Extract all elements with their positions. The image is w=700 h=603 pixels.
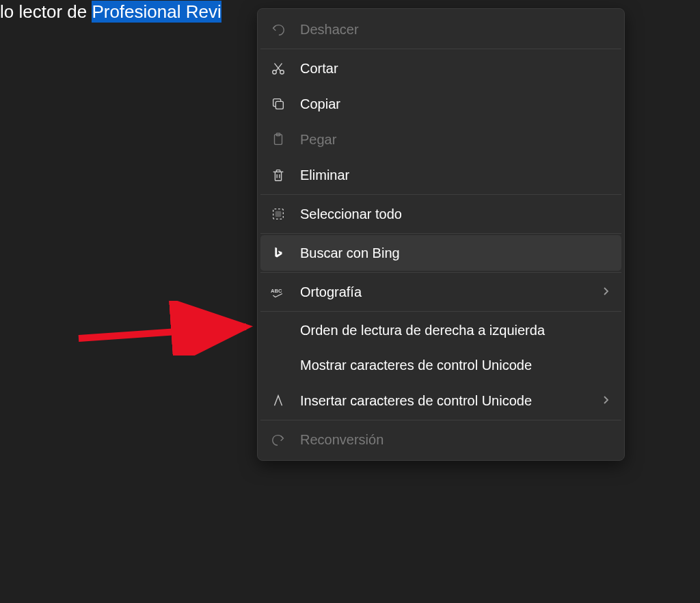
menu-copy[interactable]: Copiar: [260, 86, 621, 122]
chevron-right-icon: [602, 393, 613, 409]
menu-delete-label: Eliminar: [300, 168, 613, 183]
cut-icon: [270, 60, 286, 77]
select-all-icon: [270, 206, 286, 222]
menu-search-bing[interactable]: Buscar con Bing: [260, 235, 621, 271]
menu-cut[interactable]: Cortar: [260, 51, 621, 86]
menu-reconversion: Reconversión: [260, 422, 621, 457]
chevron-right-icon: [602, 284, 613, 300]
svg-rect-2: [275, 101, 283, 109]
annotation-arrow: [72, 301, 263, 356]
menu-rtl-order-label: Orden de lectura de derecha a izquierda: [300, 323, 613, 338]
bing-icon: [270, 245, 286, 261]
menu-undo: Deshacer: [260, 12, 621, 47]
menu-spelling-label: Ortografía: [300, 284, 602, 300]
context-menu: Deshacer Cortar Copiar: [257, 8, 625, 461]
menu-reconversion-label: Reconversión: [300, 432, 613, 448]
menu-cut-label: Cortar: [300, 61, 613, 77]
undo-icon: [270, 21, 286, 38]
spelling-icon: ABC: [270, 284, 286, 300]
menu-select-all[interactable]: Seleccionar todo: [260, 196, 621, 232]
menu-copy-label: Copiar: [300, 96, 613, 112]
menu-show-unicode[interactable]: Mostrar caracteres de control Unicode: [260, 348, 621, 383]
menu-insert-unicode[interactable]: Insertar caracteres de control Unicode: [260, 383, 621, 418]
editor-text[interactable]: lo lector de Profesional Revi: [0, 1, 221, 23]
menu-show-unicode-label: Mostrar caracteres de control Unicode: [300, 358, 613, 373]
menu-search-bing-label: Buscar con Bing: [300, 245, 613, 261]
divider: [260, 194, 621, 195]
trash-icon: [270, 167, 286, 183]
menu-undo-label: Deshacer: [300, 22, 613, 38]
copy-icon: [270, 96, 286, 112]
svg-point-0: [273, 70, 277, 75]
menu-paste: Pegar: [260, 122, 621, 157]
menu-select-all-label: Seleccionar todo: [300, 206, 613, 222]
divider: [260, 233, 621, 234]
menu-rtl-order[interactable]: Orden de lectura de derecha a izquierda: [260, 313, 621, 348]
svg-text:ABC: ABC: [271, 288, 282, 294]
svg-point-1: [280, 70, 284, 75]
text-prefix: lo lector de: [0, 1, 92, 22]
divider: [260, 420, 621, 420]
paste-icon: [270, 131, 286, 148]
insert-unicode-icon: [270, 392, 286, 409]
svg-rect-6: [275, 211, 280, 216]
divider: [260, 49, 621, 49]
divider: [260, 272, 621, 273]
reconversion-icon: [270, 431, 286, 448]
menu-paste-label: Pegar: [300, 132, 613, 148]
text-selection: Profesional Revi: [92, 1, 221, 23]
menu-spelling[interactable]: ABC Ortografía: [260, 274, 621, 310]
menu-insert-unicode-label: Insertar caracteres de control Unicode: [300, 393, 602, 409]
svg-line-9: [79, 327, 246, 338]
menu-delete[interactable]: Eliminar: [260, 157, 621, 193]
divider: [260, 311, 621, 312]
